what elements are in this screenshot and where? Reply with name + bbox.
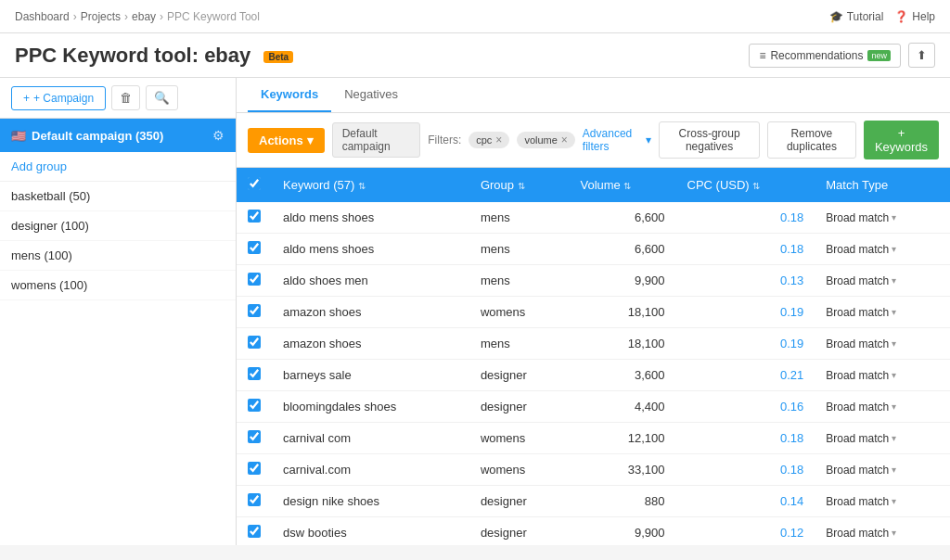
match-type-cell[interactable]: Broad match	[815, 234, 950, 265]
tab-keywords[interactable]: Keywords	[248, 78, 331, 112]
keyword-cell: amazon shoes	[272, 328, 469, 360]
export-button[interactable]: ⬆	[908, 43, 935, 68]
match-type-cell[interactable]: Broad match	[815, 454, 950, 486]
volume-filter-remove[interactable]: ×	[561, 134, 568, 146]
row-checkbox-cell[interactable]	[237, 265, 272, 297]
match-type-dropdown[interactable]: Broad match	[826, 337, 939, 350]
sidebar-group-item[interactable]: womens (100)	[0, 271, 236, 300]
sidebar-group-item[interactable]: mens (100)	[0, 241, 236, 271]
match-type-dropdown[interactable]: Broad match	[826, 495, 939, 508]
row-checkbox-cell[interactable]	[237, 202, 272, 234]
cpc-filter-tag[interactable]: cpc ×	[469, 132, 509, 148]
add-group-link[interactable]: Add group	[0, 152, 236, 182]
row-checkbox[interactable]	[248, 430, 261, 443]
match-type-dropdown[interactable]: Broad match	[826, 464, 939, 477]
table-row: amazon shoes mens 18,100 0.19 Broad matc…	[237, 328, 950, 360]
match-type-cell[interactable]: Broad match	[815, 517, 950, 546]
tutorial-link[interactable]: 🎓 Tutorial	[829, 10, 884, 23]
remove-duplicates-button[interactable]: Remove duplicates	[767, 121, 856, 159]
gear-icon[interactable]: ⚙	[212, 128, 225, 143]
row-checkbox[interactable]	[248, 525, 261, 538]
page-header: PPC Keyword tool: ebay Beta ≡ Recommenda…	[0, 33, 950, 78]
cpc-cell: 0.18	[676, 202, 815, 234]
sidebar-campaign[interactable]: 🇺🇸 Default campaign (350) ⚙	[0, 119, 236, 152]
actions-button[interactable]: Actions ▾	[248, 128, 325, 153]
row-checkbox[interactable]	[248, 399, 261, 412]
volume-cell: 6,600	[569, 234, 675, 265]
match-type-dropdown[interactable]: Broad match	[826, 274, 939, 287]
match-type-cell[interactable]: Broad match	[815, 486, 950, 517]
row-checkbox[interactable]	[248, 493, 261, 506]
row-checkbox-cell[interactable]	[237, 454, 272, 486]
row-checkbox-cell[interactable]	[237, 423, 272, 454]
add-keywords-button[interactable]: + Keywords	[864, 121, 939, 159]
row-checkbox-cell[interactable]	[237, 517, 272, 546]
cpc-cell: 0.21	[676, 360, 815, 391]
cross-group-negatives-button[interactable]: Cross-group negatives	[659, 121, 760, 159]
tab-negatives[interactable]: Negatives	[331, 78, 411, 112]
tutorial-icon: 🎓	[829, 10, 843, 23]
volume-cell: 12,100	[569, 423, 675, 454]
row-checkbox[interactable]	[248, 304, 261, 317]
breadcrumb-ebay[interactable]: ebay	[132, 10, 156, 23]
match-type-dropdown[interactable]: Broad match	[826, 401, 939, 414]
row-checkbox-cell[interactable]	[237, 360, 272, 391]
row-checkbox-cell[interactable]	[237, 234, 272, 265]
volume-column-header[interactable]: Volume ⇅	[569, 168, 675, 202]
group-cell: womens	[469, 297, 570, 328]
keyword-table-container: Keyword (57) ⇅ Group ⇅ Volume ⇅ CPC (USD…	[237, 168, 950, 545]
row-checkbox[interactable]	[248, 367, 261, 380]
row-checkbox[interactable]	[248, 210, 261, 223]
tabs: Keywords Negatives	[237, 78, 950, 113]
cpc-filter-remove[interactable]: ×	[495, 134, 502, 146]
keyword-column-header[interactable]: Keyword (57) ⇅	[272, 168, 469, 202]
match-type-cell[interactable]: Broad match	[815, 202, 950, 234]
match-type-cell[interactable]: Broad match	[815, 328, 950, 360]
delete-button[interactable]: 🗑	[111, 85, 140, 110]
match-type-dropdown[interactable]: Broad match	[826, 243, 939, 256]
help-link[interactable]: ❓ Help	[894, 10, 935, 23]
search-button[interactable]: 🔍	[146, 85, 178, 110]
volume-cell: 4,400	[569, 391, 675, 423]
advanced-filters-button[interactable]: Advanced filters ▾	[583, 127, 651, 153]
row-checkbox[interactable]	[248, 273, 261, 286]
advanced-filters-label: Advanced filters	[583, 127, 643, 153]
row-checkbox[interactable]	[248, 336, 261, 349]
group-column-header[interactable]: Group ⇅	[469, 168, 570, 202]
table-row: bloomingdales shoes designer 4,400 0.16 …	[237, 391, 950, 423]
match-type-cell[interactable]: Broad match	[815, 297, 950, 328]
volume-filter-tag[interactable]: volume ×	[517, 132, 574, 148]
row-checkbox[interactable]	[248, 462, 261, 475]
row-checkbox-cell[interactable]	[237, 486, 272, 517]
sidebar-group-item[interactable]: designer (100)	[0, 211, 236, 241]
breadcrumb-projects[interactable]: Projects	[81, 10, 121, 23]
select-all-checkbox[interactable]	[248, 177, 261, 190]
sidebar-group-item[interactable]: basketball (50)	[0, 182, 236, 211]
breadcrumb-dashboard[interactable]: Dashboard	[15, 10, 70, 23]
row-checkbox[interactable]	[248, 241, 261, 254]
row-checkbox-cell[interactable]	[237, 391, 272, 423]
group-cell: mens	[469, 202, 570, 234]
keyword-sort-icon: ⇅	[358, 181, 366, 191]
match-type-dropdown[interactable]: Broad match	[826, 527, 939, 540]
tutorial-label: Tutorial	[847, 10, 884, 23]
row-checkbox-cell[interactable]	[237, 328, 272, 360]
recommendations-button[interactable]: ≡ Recommendations new	[749, 44, 901, 68]
match-type-cell[interactable]: Broad match	[815, 423, 950, 454]
match-type-dropdown[interactable]: Broad match	[826, 211, 939, 224]
row-checkbox-cell[interactable]	[237, 297, 272, 328]
cpc-column-header[interactable]: CPC (USD) ⇅	[676, 168, 815, 202]
match-type-dropdown[interactable]: Broad match	[826, 432, 939, 445]
match-type-dropdown[interactable]: Broad match	[826, 306, 939, 319]
select-all-header[interactable]	[237, 168, 272, 202]
group-cell: womens	[469, 423, 570, 454]
top-bar: Dashboard › Projects › ebay › PPC Keywor…	[0, 0, 950, 33]
recommendations-icon: ≡	[759, 49, 765, 62]
match-type-cell[interactable]: Broad match	[815, 391, 950, 423]
add-campaign-button[interactable]: + + Campaign	[11, 86, 106, 110]
match-type-cell[interactable]: Broad match	[815, 265, 950, 297]
match-type-dropdown[interactable]: Broad match	[826, 369, 939, 382]
keyword-cell: barneys sale	[272, 360, 469, 391]
beta-badge: Beta	[263, 51, 293, 63]
match-type-cell[interactable]: Broad match	[815, 360, 950, 391]
